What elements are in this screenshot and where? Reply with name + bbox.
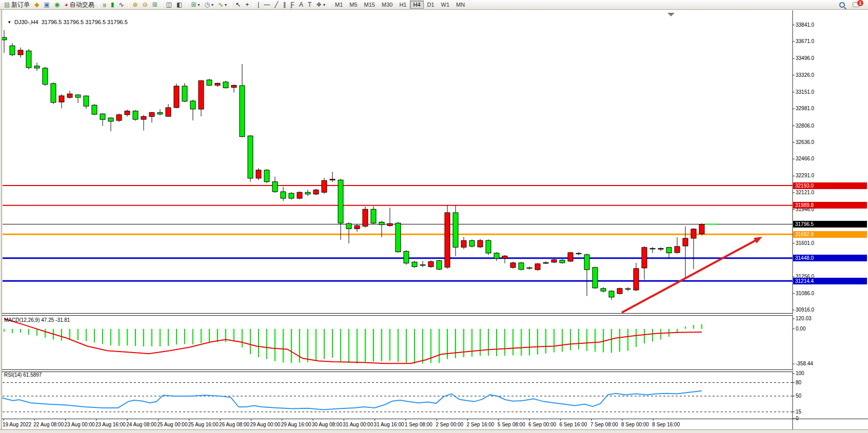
fibonacci-button[interactable]: Ƒ <box>289 1 297 9</box>
timeframe-m30-button[interactable]: M30 <box>379 1 396 9</box>
toolbar-separator <box>329 1 330 8</box>
vline-icon: | <box>258 1 259 9</box>
price-label: 33841.0 <box>796 22 814 28</box>
charts-button[interactable]: ◆ <box>32 1 41 9</box>
text-icon: A <box>299 1 303 9</box>
trendline-button[interactable]: ╱ <box>272 1 280 9</box>
chevron-down-icon: ▾ <box>323 3 325 7</box>
toolbar-separator <box>128 1 129 8</box>
time-axis[interactable]: 19 Aug 202222 Aug 08:0023 Aug 00:0023 Au… <box>0 419 793 429</box>
timeframe-w1-button[interactable]: W1 <box>438 1 453 9</box>
text-button[interactable]: A <box>297 1 305 9</box>
price-axis[interactable]: 33841.033671.033496.033326.033151.032981… <box>793 10 868 420</box>
chevron-down-icon: ▾ <box>211 3 213 7</box>
macd-axis-label: 120.03 <box>796 316 812 321</box>
cursor-icon: ↖ <box>235 1 241 9</box>
autotrade-button[interactable]: ◕自动交易 <box>62 1 96 9</box>
price-label: 32981.0 <box>796 106 814 111</box>
one-click-trading-toggle[interactable]: ▼ <box>7 20 11 25</box>
timeframe-h1-button[interactable]: H1 <box>396 1 409 9</box>
line-chart-icon: ∿ <box>119 1 124 9</box>
periods-button[interactable]: ◷▾ <box>203 1 216 9</box>
tile-windows-button[interactable]: ⊞ <box>150 1 160 9</box>
toolbar-separator <box>231 1 231 8</box>
price-label: 31601.0 <box>796 240 814 246</box>
date-label: 6 Sep 16:00 <box>559 422 587 427</box>
zoom-out-button[interactable]: ⊖ <box>141 1 150 9</box>
text-label-button[interactable]: T <box>306 1 313 9</box>
timeframe-mn-button[interactable]: MN <box>453 1 468 9</box>
signal-icon: ◉ <box>54 1 60 9</box>
arrows-button[interactable]: ❖▾ <box>314 1 327 9</box>
candles-icon: ▮ <box>111 1 114 9</box>
cursor-button[interactable]: ↖ <box>233 1 243 9</box>
chart-canvas[interactable] <box>0 0 868 433</box>
arrange-a-icon: ◫ <box>166 1 172 9</box>
arrange-tile-button[interactable]: ◧ <box>174 1 184 9</box>
date-label: 26 Aug 08:00 <box>219 422 249 427</box>
channel-button[interactable]: ∥ <box>281 1 288 9</box>
date-label: 25 Aug 16:00 <box>188 422 219 427</box>
price-label: 32636.0 <box>796 139 814 145</box>
toolbar-separator <box>186 1 187 8</box>
symbol-quote-line: ▼DJ30-,H4 31796.5 31796.5 31796.5 31796.… <box>4 13 128 25</box>
toolbar-separator <box>162 1 162 8</box>
date-label: 29 Aug 00:00 <box>250 422 280 427</box>
macd-axis-label: -358.44 <box>796 361 813 366</box>
price-label: 31086.0 <box>796 291 814 296</box>
autotrade-icon: ◕ <box>64 1 68 9</box>
candles-group <box>2 13 717 300</box>
price-label: 33496.0 <box>796 55 814 61</box>
rsi-group <box>2 383 793 412</box>
date-label: 2 Sep 16:00 <box>467 422 495 427</box>
price-label: 33151.0 <box>796 89 814 95</box>
date-label: 24 Aug 08:00 <box>126 422 156 427</box>
macd-panel-splitter[interactable] <box>2 313 793 316</box>
symbol-period-label: DJ30-,H4 <box>14 19 38 25</box>
search-button[interactable] <box>837 1 850 9</box>
date-label: 31 Aug 16:00 <box>374 422 404 427</box>
tile-windows-icon: ⊞ <box>152 1 157 9</box>
hline-button[interactable]: — <box>262 1 272 9</box>
rsi-axis-label: 50 <box>796 393 801 399</box>
text-label-icon: T <box>308 1 311 9</box>
toolbar-separator <box>98 1 99 8</box>
timeframe-m15-button[interactable]: M15 <box>361 1 378 9</box>
signal-button[interactable]: ◉ <box>52 1 62 9</box>
trendline-icon: ╱ <box>274 1 278 9</box>
window-bottom-edge <box>0 429 868 433</box>
crosshair-icon: + <box>245 1 249 9</box>
vline-button[interactable]: | <box>255 1 261 9</box>
periods-icon: ◷ <box>205 1 210 9</box>
zoom-in-button[interactable]: ⊕ <box>131 1 140 9</box>
bar-chart-button[interactable]: ||| <box>101 1 108 9</box>
new-order-button-label: 新订单 <box>11 1 30 9</box>
profile-button[interactable]: ▣ <box>42 1 52 9</box>
timeframe-m1-button[interactable]: M1 <box>332 1 346 9</box>
price-label: 32291.0 <box>796 173 814 178</box>
arrange-b-icon: ◧ <box>176 1 182 9</box>
price-label: 33671.0 <box>796 38 814 44</box>
rsi-panel-splitter[interactable] <box>2 369 793 372</box>
timeframe-d1-button[interactable]: D1 <box>424 1 438 9</box>
timeframe-m5-button[interactable]: M5 <box>346 1 360 9</box>
date-label: 5 Sep 08:00 <box>498 422 525 427</box>
notifications-button[interactable]: 1 <box>851 1 866 9</box>
new-order-button[interactable]: ▤新订单 <box>2 1 32 9</box>
indicators-button[interactable]: ∿▾ <box>216 1 229 9</box>
date-label: 22 Aug 08:00 <box>33 422 64 427</box>
candle-chart-button[interactable]: ▮ <box>109 1 116 9</box>
arrange-cascade-button[interactable]: ◫ <box>164 1 174 9</box>
crosshair-button[interactable]: + <box>243 1 251 9</box>
timeframe-h4-button[interactable]: H4 <box>410 1 423 9</box>
new-chart-button[interactable]: ⊞▾ <box>189 1 202 9</box>
price-tag: 31448.0 <box>793 255 867 261</box>
line-chart-button[interactable]: ∿ <box>117 1 126 9</box>
zoom-out-icon: ⊖ <box>143 1 148 9</box>
date-label: 7 Sep 08:00 <box>590 422 618 427</box>
date-label: 30 Aug 08:00 <box>312 422 342 427</box>
channel-icon: ∥ <box>283 1 286 9</box>
rsi-axis-label: 0 <box>796 416 799 421</box>
date-label: 6 Sep 00:00 <box>528 422 556 427</box>
price-label: 33326.0 <box>796 72 814 78</box>
